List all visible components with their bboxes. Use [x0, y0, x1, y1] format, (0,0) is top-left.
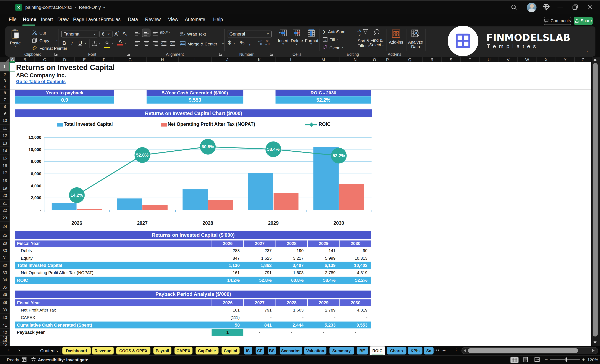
row-header-7[interactable]: 7 [0, 96, 9, 103]
menu-page-layout[interactable]: Page Layout [73, 17, 100, 24]
column-header-W[interactable]: W [518, 57, 537, 62]
column-header-B[interactable]: B [15, 57, 35, 62]
row-header-21[interactable]: 21 [0, 199, 9, 207]
column-header-T[interactable]: T [461, 57, 480, 62]
sheet-tab-valuation[interactable]: Valuation [304, 347, 326, 355]
column-header-Q[interactable]: Q [397, 57, 423, 62]
column-header-E[interactable]: E [75, 57, 94, 62]
select-all-corner[interactable] [0, 57, 10, 62]
autosum-button[interactable]: ∑ AutoSum ˅ [323, 29, 359, 35]
decrease-indent-icon[interactable] [161, 41, 167, 46]
tab-options-icon[interactable]: ⋮ [454, 347, 458, 353]
row-header-39[interactable]: 39 [0, 306, 9, 314]
comma-button[interactable]: , [249, 39, 251, 46]
row-header-14[interactable]: 14 [0, 147, 9, 154]
row-header-12[interactable]: 12 [0, 132, 9, 139]
sheet-tab-dashboard[interactable]: Dashboard [62, 347, 91, 355]
row-header-35[interactable]: 35 [0, 284, 9, 291]
underline-button[interactable]: U [78, 40, 82, 46]
row-header-11[interactable]: 11 [0, 125, 9, 132]
menu-home[interactable]: Home [23, 17, 36, 24]
align-right-icon[interactable] [152, 41, 158, 46]
percent-button[interactable]: % [240, 40, 244, 46]
row-header-31[interactable]: 31 [0, 254, 9, 262]
new-sheet-button[interactable]: + [442, 347, 446, 353]
column-header-L[interactable]: L [275, 57, 308, 62]
row-header-2[interactable]: 2 [0, 71, 9, 78]
menu-formulas[interactable]: Formulas [101, 17, 121, 24]
sheet-tab-summary[interactable]: Summary [329, 347, 354, 355]
row-header-22[interactable]: 22 [0, 207, 9, 214]
avatar[interactable] [527, 3, 536, 12]
row-header-34[interactable]: 34 [0, 276, 9, 284]
row-header-24[interactable]: 24 [0, 222, 9, 231]
font-color-chevron[interactable]: ˅ [124, 42, 126, 45]
row-header-33[interactable]: 33 [0, 269, 9, 277]
column-header-D[interactable]: D [55, 57, 75, 62]
addins-button[interactable]: Add-ins [388, 29, 404, 45]
column-header-H[interactable]: H [146, 57, 179, 62]
column-header-I[interactable]: I [179, 57, 212, 62]
tab-scroll-left[interactable]: ‹ [8, 347, 9, 353]
align-top-icon[interactable] [135, 31, 141, 36]
cut-button[interactable]: Cut [32, 30, 46, 35]
sheet-tab-bs[interactable]: BS [268, 347, 276, 355]
alignment-dialog-launcher[interactable] [219, 53, 223, 56]
menu-insert[interactable]: Insert [41, 17, 53, 24]
align-left-icon[interactable] [135, 41, 141, 46]
row-header-8[interactable]: 8 [0, 104, 9, 109]
sheet-tab-be[interactable]: BE [356, 347, 368, 355]
borders-chevron[interactable]: ˅ [99, 42, 100, 45]
wrap-text-button[interactable]: ab Wrap Text [180, 31, 206, 36]
merge-center-button[interactable]: Merge & Center ˅ [180, 41, 224, 46]
clipboard-dialog-launcher[interactable] [54, 53, 58, 56]
gem-icon[interactable] [543, 4, 550, 11]
column-header-J[interactable]: J [212, 57, 244, 62]
menu-data[interactable]: Data [128, 17, 138, 24]
h-scrollbar-left-arrow[interactable] [464, 349, 466, 352]
column-header-V[interactable]: V [499, 57, 518, 62]
sheet-tab-cf[interactable]: CF [255, 347, 264, 355]
column-header-K[interactable]: K [244, 57, 276, 62]
sheet-tab-capex[interactable]: CAPEX [174, 347, 192, 355]
align-middle-button[interactable] [142, 29, 150, 37]
font-family-select[interactable]: Tahoma˅ [61, 31, 98, 37]
paste-button[interactable]: Paste ˅ [9, 28, 22, 50]
row-header-3[interactable]: 3 [0, 78, 9, 84]
currency-button[interactable]: $ [228, 40, 231, 46]
column-header-G[interactable]: G [114, 57, 147, 62]
excel-app-icon[interactable]: X [15, 4, 22, 10]
menu-view[interactable]: View [168, 17, 178, 24]
h-scrollbar-thumb[interactable] [468, 348, 578, 353]
row-header-13[interactable]: 13 [0, 139, 9, 147]
row-header-4[interactable]: 4 [0, 84, 9, 90]
toc-link[interactable]: Go to Table of Contents [16, 79, 66, 83]
row-header-25[interactable]: 25 [0, 231, 9, 240]
row-header-17[interactable]: 17 [0, 169, 9, 177]
format-button[interactable]: Format ˅ [305, 29, 317, 46]
number-format-select[interactable]: General˅ [227, 31, 272, 37]
fill-button[interactable]: Fill ˅ [323, 37, 338, 42]
v-scrollbar-up-arrow[interactable] [594, 58, 597, 61]
row-header-19[interactable]: 19 [0, 184, 9, 192]
increase-indent-icon[interactable] [169, 41, 175, 46]
row-header-9[interactable]: 9 [0, 109, 9, 117]
copy-button[interactable]: Copy ˅ [32, 38, 58, 43]
sheet-tab-scenarios[interactable]: Scenarios [280, 347, 302, 355]
row-header-16[interactable]: 16 [0, 162, 9, 169]
analyze-data-button[interactable]: Analyze Data [406, 29, 425, 49]
column-header-R[interactable]: R [423, 57, 442, 62]
format-painter-button[interactable]: Format Painter [32, 46, 67, 50]
sheet-tab-charts[interactable]: Charts [387, 347, 406, 355]
share-button[interactable]: Share [574, 17, 593, 25]
fill-color-button[interactable] [104, 40, 110, 48]
minimize-button[interactable] [558, 7, 563, 8]
title-chevron-icon[interactable]: ˅ [102, 6, 105, 10]
macro-record-icon[interactable] [21, 357, 27, 362]
comments-button[interactable]: Comments [544, 17, 571, 25]
zoom-level[interactable]: 120% [587, 357, 598, 362]
h-scrollbar-right-arrow[interactable] [592, 349, 595, 352]
page-break-view-icon[interactable] [534, 357, 540, 363]
sheet-tab-is[interactable]: IS [244, 347, 252, 355]
accessibility-status[interactable]: Accessibility: Investigate [38, 357, 88, 362]
